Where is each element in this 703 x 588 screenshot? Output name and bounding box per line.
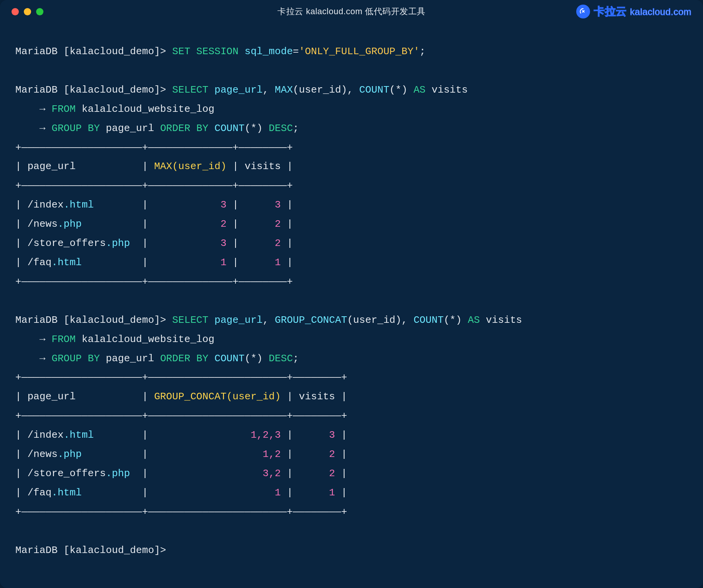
- terminal-line: MariaDB [kalacloud_demo]> SELECT page_ur…: [15, 311, 688, 330]
- terminal-window: 卡拉云 kalacloud.com 低代码开发工具 卡拉云 kalacloud.…: [0, 0, 703, 588]
- terminal-line: +————————————————————+——————————————+———…: [15, 176, 688, 196]
- terminal-line: [15, 61, 688, 81]
- terminal-line: → GROUP BY page_url ORDER BY COUNT(*) DE…: [15, 119, 688, 138]
- terminal-line: [15, 522, 688, 541]
- brand-watermark: 卡拉云 kalacloud.com: [576, 0, 691, 23]
- terminal-line: | page_url | MAX(user_id) | visits |: [15, 157, 688, 176]
- terminal-line: [15, 292, 688, 311]
- terminal-line: → FROM kalalcloud_website_log: [15, 330, 688, 349]
- terminal-line: | /store_offers.php | 3,2 | 2 |: [15, 464, 688, 483]
- terminal-line: MariaDB [kalacloud_demo]>: [15, 541, 688, 560]
- terminal-line: +————————————————————+——————————————+———…: [15, 272, 688, 292]
- terminal-line: MariaDB [kalacloud_demo]> SET SESSION sq…: [15, 42, 688, 61]
- terminal-line: +————————————————————+——————————————————…: [15, 368, 688, 387]
- terminal-line: → FROM kalalcloud_website_log: [15, 100, 688, 119]
- zoom-icon[interactable]: [36, 8, 43, 15]
- brand-text: 卡拉云 kalacloud.com: [594, 4, 691, 19]
- titlebar: 卡拉云 kalacloud.com 低代码开发工具 卡拉云 kalacloud.…: [0, 0, 703, 23]
- terminal-line: +————————————————————+——————————————————…: [15, 407, 688, 426]
- terminal-line: MariaDB [kalacloud_demo]> SELECT page_ur…: [15, 81, 688, 100]
- terminal-line: | /faq.html | 1 | 1 |: [15, 483, 688, 503]
- terminal-line: | /index.html | 1,2,3 | 3 |: [15, 426, 688, 445]
- terminal-line: | /news.php | 2 | 2 |: [15, 215, 688, 234]
- minimize-icon[interactable]: [24, 8, 31, 15]
- terminal-line: | page_url | GROUP_CONCAT(user_id) | vis…: [15, 387, 688, 407]
- terminal-line: | /faq.html | 1 | 1 |: [15, 253, 688, 272]
- terminal-line: | /news.php | 1,2 | 2 |: [15, 445, 688, 464]
- terminal-line: → GROUP BY page_url ORDER BY COUNT(*) DE…: [15, 349, 688, 369]
- terminal-line: | /index.html | 3 | 3 |: [15, 196, 688, 215]
- terminal-content[interactable]: MariaDB [kalacloud_demo]> SET SESSION sq…: [0, 23, 703, 571]
- brand-logo-icon: [576, 5, 590, 18]
- terminal-line: +————————————————————+——————————————+———…: [15, 138, 688, 158]
- terminal-line: | /store_offers.php | 3 | 2 |: [15, 234, 688, 253]
- terminal-line: +————————————————————+——————————————————…: [15, 503, 688, 522]
- close-icon[interactable]: [12, 8, 19, 15]
- window-controls: [12, 8, 43, 15]
